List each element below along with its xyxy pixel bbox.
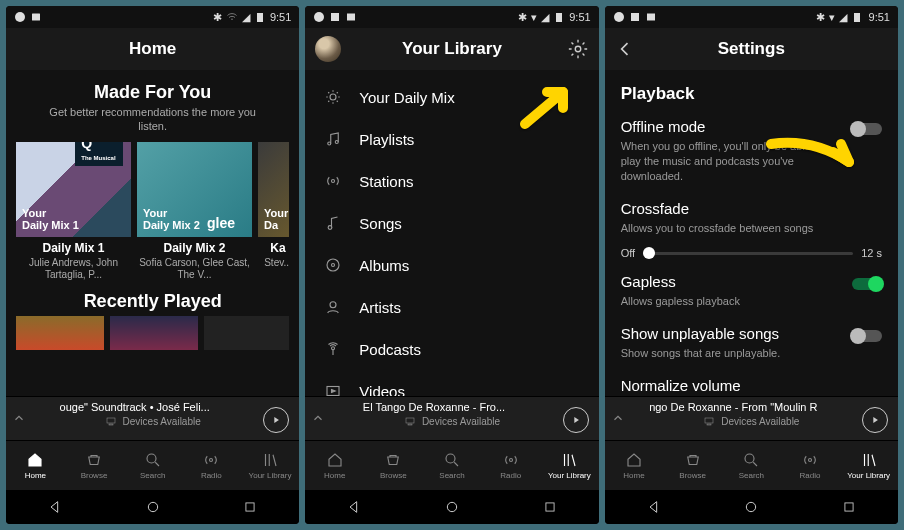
svg-point-6 bbox=[210, 459, 213, 462]
settings-section-playback: Playback bbox=[615, 70, 888, 112]
svg-rect-25 bbox=[408, 424, 412, 425]
tab-home[interactable]: Home bbox=[605, 441, 664, 490]
tab-home[interactable]: Home bbox=[305, 441, 364, 490]
now-playing-track: ngo De Roxanne - From "Moulin R bbox=[615, 401, 888, 413]
setting-unplayable[interactable]: Show unplayable songs Show songs that ar… bbox=[615, 319, 888, 371]
toggle-gapless[interactable] bbox=[850, 275, 884, 293]
svg-point-15 bbox=[328, 142, 331, 145]
made-for-you-title: Made For You bbox=[16, 82, 289, 103]
outlook-status-icon bbox=[30, 11, 42, 23]
daily-mix-card[interactable]: AvenueQThe MusicalYour Daily Mix 1 Daily… bbox=[16, 142, 131, 281]
svg-point-18 bbox=[328, 226, 332, 230]
profile-avatar[interactable] bbox=[315, 36, 341, 62]
now-playing-bar[interactable]: ngo De Roxanne - From "Moulin R Devices … bbox=[605, 396, 898, 440]
svg-rect-2 bbox=[257, 13, 263, 22]
tab-radio[interactable]: Radio bbox=[781, 441, 840, 490]
play-button[interactable] bbox=[862, 407, 888, 433]
svg-point-17 bbox=[332, 180, 335, 183]
battery-icon bbox=[851, 11, 863, 23]
titlebar: Home bbox=[6, 28, 299, 70]
outlook-status-icon bbox=[345, 11, 357, 23]
toggle-offline[interactable] bbox=[850, 120, 884, 138]
tab-browse[interactable]: Browse bbox=[663, 441, 722, 490]
nav-recents[interactable] bbox=[541, 498, 559, 516]
status-bar: ✱ ◢ 9:51 bbox=[6, 6, 299, 28]
outlook-status-icon bbox=[645, 11, 657, 23]
devices-available: Devices Available bbox=[123, 416, 201, 427]
setting-gapless[interactable]: Gapless Allows gapless playback bbox=[615, 267, 888, 319]
svg-rect-33 bbox=[854, 13, 860, 22]
phone-library: ✱▾◢9:51 Your Library Your Daily Mix Play… bbox=[305, 6, 598, 524]
tab-library[interactable]: Your Library bbox=[839, 441, 898, 490]
artist-icon bbox=[323, 298, 343, 316]
back-button[interactable] bbox=[615, 28, 635, 70]
nav-home[interactable] bbox=[443, 498, 461, 516]
phone-home: ✱ ◢ 9:51 Home Made For You Get better re… bbox=[6, 6, 299, 524]
nav-home[interactable] bbox=[742, 498, 760, 516]
tab-library[interactable]: Your Library bbox=[241, 441, 300, 490]
play-button[interactable] bbox=[563, 407, 589, 433]
nav-back[interactable] bbox=[645, 498, 663, 516]
svg-rect-8 bbox=[246, 503, 254, 511]
recently-played-tile[interactable] bbox=[204, 316, 289, 350]
battery-icon bbox=[254, 11, 266, 23]
crossfade-slider[interactable]: Off 12 s bbox=[615, 245, 888, 267]
phone-settings: ✱▾◢9:51 Settings Playback Offline mode W… bbox=[605, 6, 898, 524]
tab-browse[interactable]: Browse bbox=[65, 441, 124, 490]
page-title: Settings bbox=[718, 39, 785, 59]
sun-icon bbox=[323, 88, 343, 106]
library-item-songs[interactable]: Songs bbox=[315, 202, 588, 244]
svg-point-5 bbox=[147, 454, 156, 463]
library-item-your-daily-mix[interactable]: Your Daily Mix bbox=[315, 76, 588, 118]
svg-rect-35 bbox=[707, 424, 711, 425]
library-item-playlists[interactable]: Playlists bbox=[315, 118, 588, 160]
nav-recents[interactable] bbox=[241, 498, 259, 516]
setting-offline-mode[interactable]: Offline mode When you go offline, you'll… bbox=[615, 112, 888, 194]
nav-back[interactable] bbox=[46, 498, 64, 516]
spotify-status-icon bbox=[313, 11, 325, 23]
clock: 9:51 bbox=[869, 11, 890, 23]
song-icon bbox=[323, 214, 343, 232]
daily-mix-card[interactable]: Your Da Ka Stev... bbox=[258, 142, 289, 281]
tab-search[interactable]: Search bbox=[722, 441, 781, 490]
setting-normalize[interactable]: Normalize volume bbox=[615, 371, 888, 394]
recently-played-title: Recently Played bbox=[16, 291, 289, 312]
svg-point-30 bbox=[614, 12, 624, 22]
library-item-podcasts[interactable]: Podcasts bbox=[315, 328, 588, 370]
library-item-artists[interactable]: Artists bbox=[315, 286, 588, 328]
svg-rect-31 bbox=[631, 13, 639, 21]
svg-point-9 bbox=[314, 12, 324, 22]
daily-mix-card[interactable]: gleeYour Daily Mix 2 Daily Mix 2 Sofia C… bbox=[137, 142, 252, 281]
note-icon bbox=[323, 130, 343, 148]
tab-browse[interactable]: Browse bbox=[364, 441, 423, 490]
play-button[interactable] bbox=[263, 407, 289, 433]
tab-search[interactable]: Search bbox=[423, 441, 482, 490]
library-item-stations[interactable]: Stations bbox=[315, 160, 588, 202]
nav-home[interactable] bbox=[144, 498, 162, 516]
tab-radio[interactable]: Radio bbox=[182, 441, 241, 490]
recently-played-tile[interactable] bbox=[16, 316, 104, 350]
svg-point-19 bbox=[327, 259, 339, 271]
now-playing-bar[interactable]: El Tango De Roxanne - Fro... Devices Ava… bbox=[305, 396, 598, 440]
tab-library[interactable]: Your Library bbox=[540, 441, 599, 490]
tab-radio[interactable]: Radio bbox=[481, 441, 540, 490]
svg-rect-10 bbox=[331, 13, 339, 21]
battery-icon bbox=[553, 11, 565, 23]
nav-back[interactable] bbox=[345, 498, 363, 516]
recently-played-tile[interactable] bbox=[110, 316, 198, 350]
tab-search[interactable]: Search bbox=[123, 441, 182, 490]
svg-rect-39 bbox=[845, 503, 853, 511]
svg-rect-11 bbox=[347, 14, 355, 21]
library-item-albums[interactable]: Albums bbox=[315, 244, 588, 286]
library-item-videos[interactable]: Videos bbox=[315, 370, 588, 396]
svg-point-22 bbox=[332, 347, 335, 350]
settings-button[interactable] bbox=[567, 28, 589, 70]
tab-home[interactable]: Home bbox=[6, 441, 65, 490]
tab-bar: Home Browse Search Radio Your Library bbox=[6, 440, 299, 490]
setting-crossfade: Crossfade Allows you to crossfade betwee… bbox=[615, 194, 888, 246]
podcast-icon bbox=[323, 340, 343, 358]
svg-point-7 bbox=[148, 502, 157, 511]
nav-recents[interactable] bbox=[840, 498, 858, 516]
toggle-unplayable[interactable] bbox=[850, 327, 884, 345]
now-playing-bar[interactable]: ouge" Soundtrack • José Feli... Devices … bbox=[6, 396, 299, 440]
